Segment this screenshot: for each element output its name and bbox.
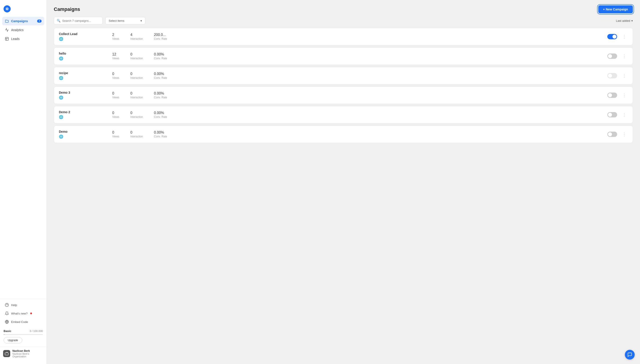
globe-icon: 🌐 [59,135,63,138]
sidebar-item-leads[interactable]: Leads [2,34,44,43]
views-value: 0 [112,72,119,76]
campaign-stats: 0 Views 0 Interaction 0.00% Conv. Rate [108,130,607,138]
campaign-info: Collect Lead 🌐 [59,32,108,41]
embed-icon [5,320,9,324]
more-button[interactable]: ⋮ [621,33,628,40]
interaction-value: 0 [130,52,143,56]
views-value: 0 [112,92,119,96]
stat-interaction: 0 Interaction [130,92,143,99]
campaign-toggle[interactable] [607,54,617,59]
sidebar-bottom-nav: Help What's new? Embed Code [0,298,47,326]
plan-bar-fill [4,334,5,335]
user-org: Nazlican Berk's Organization [13,352,43,358]
stat-views: 0 Views [112,111,119,118]
sidebar-item-analytics[interactable]: Analytics [2,26,44,34]
main-header: Campaigns + New Campaign [47,0,640,17]
plan-label: Basic [4,330,11,333]
search-input[interactable] [62,19,100,22]
campaign-toggle[interactable] [607,112,617,118]
chevron-down-icon: ▾ [140,19,142,22]
interaction-label: Interaction [130,76,143,80]
views-value: 12 [112,52,119,56]
sort-chevron-icon: ▾ [631,19,633,22]
plan-section: Basic 3 / 100.000 Upgrade [0,326,47,346]
campaign-stats: 0 Views 0 Interaction 0.00% Conv. Rate [108,92,607,99]
toolbar-left: 🔍 Select items ▾ [54,17,145,24]
views-label: Views [112,37,119,40]
interaction-value: 4 [130,33,143,37]
views-value: 0 [112,130,119,134]
stat-interaction: 0 Interaction [130,111,143,118]
sidebar-item-embed-code[interactable]: Embed Code [2,318,44,326]
campaign-toggle[interactable] [607,92,617,98]
globe-icon: 🌐 [59,56,63,60]
more-button[interactable]: ⋮ [621,131,628,138]
sidebar-item-whats-new[interactable]: What's new? [2,310,44,318]
campaign-toggle [607,73,617,78]
interaction-value: 0 [130,130,143,134]
campaign-info: Demo 3 🌐 [59,91,108,100]
conv-rate-value: 0.00% [154,52,167,56]
nav-label-analytics: Analytics [11,28,24,32]
conv-rate-label: Conv. Rate [154,37,167,40]
campaign-stats: 12 Views 0 Interaction 0.00% Conv. Rate [108,52,607,60]
help-label: Help [11,304,17,307]
help-icon [5,303,9,307]
select-items-dropdown[interactable]: Select items ▾ [105,17,145,24]
more-button[interactable]: ⋮ [621,52,628,60]
campaign-name: Collect Lead [59,32,108,36]
stat-views: 2 Views [112,33,119,40]
views-value: 0 [112,111,119,115]
stat-views: 0 Views [112,130,119,138]
user-section: Nazlican Berk Nazlican Berk's Organizati… [0,346,47,360]
conv-rate-label: Conv. Rate [154,57,167,60]
whats-new-dot [30,312,32,314]
avatar [3,350,10,357]
interaction-label: Interaction [130,57,143,60]
page-title: Campaigns [54,6,80,12]
new-campaign-button[interactable]: + New Campaign [598,5,633,13]
stat-conv-rate: 200.0... Conv. Rate [154,33,167,40]
analytics-icon [5,28,9,32]
user-info: Nazlican Berk Nazlican Berk's Organizati… [13,349,43,358]
main-content: Campaigns + New Campaign 🔍 Select items … [47,0,640,364]
chat-widget[interactable] [625,350,635,360]
sidebar-item-campaigns[interactable]: Campaigns 7 [2,17,44,25]
campaign-name: Demo 2 [59,110,108,114]
campaign-card: hello 🌐 12 Views 0 Interaction 0.00% Con… [54,48,633,65]
sort-button[interactable]: Last added ▾ [616,19,633,22]
conv-rate-value: 0.00% [154,92,167,96]
sort-label: Last added [616,19,630,22]
conv-rate-label: Conv. Rate [154,96,167,99]
more-button[interactable]: ⋮ [621,92,628,99]
conv-rate-value: 0.00% [154,111,167,115]
interaction-label: Interaction [130,96,143,99]
campaign-toggle[interactable] [607,132,617,137]
stat-conv-rate: 0.00% Conv. Rate [154,92,167,99]
sidebar-item-help[interactable]: Help [2,301,44,309]
campaign-card: Demo 3 🌐 0 Views 0 Interaction 0.00% Con… [54,86,633,104]
globe-icon: 🌐 [59,37,63,41]
more-button[interactable]: ⋮ [621,72,628,79]
more-button[interactable]: ⋮ [621,111,628,118]
views-label: Views [112,135,119,138]
globe-icon: 🌐 [59,76,63,80]
interaction-label: Interaction [130,116,143,118]
svg-rect-8 [5,353,8,355]
folder-icon [5,19,9,23]
search-box[interactable]: 🔍 [54,17,103,24]
whats-new-label: What's new? [11,312,28,315]
conv-rate-value: 0.00% [154,130,167,134]
views-label: Views [112,116,119,118]
campaign-card: Collect Lead 🌐 2 Views 4 Interaction 200… [54,28,633,45]
logo[interactable] [0,4,47,17]
campaign-name: hello [59,52,108,55]
campaign-toggle[interactable] [607,34,617,39]
stat-conv-rate: 0.00% Conv. Rate [154,130,167,138]
campaign-info: Demo 2 🌐 [59,110,108,119]
campaign-card: Demo 2 🌐 0 Views 0 Interaction 0.00% Con… [54,106,633,124]
views-label: Views [112,57,119,60]
stat-interaction: 0 Interaction [130,72,143,80]
campaign-actions: ⋮ [607,52,628,60]
upgrade-button[interactable]: Upgrade [4,337,22,343]
